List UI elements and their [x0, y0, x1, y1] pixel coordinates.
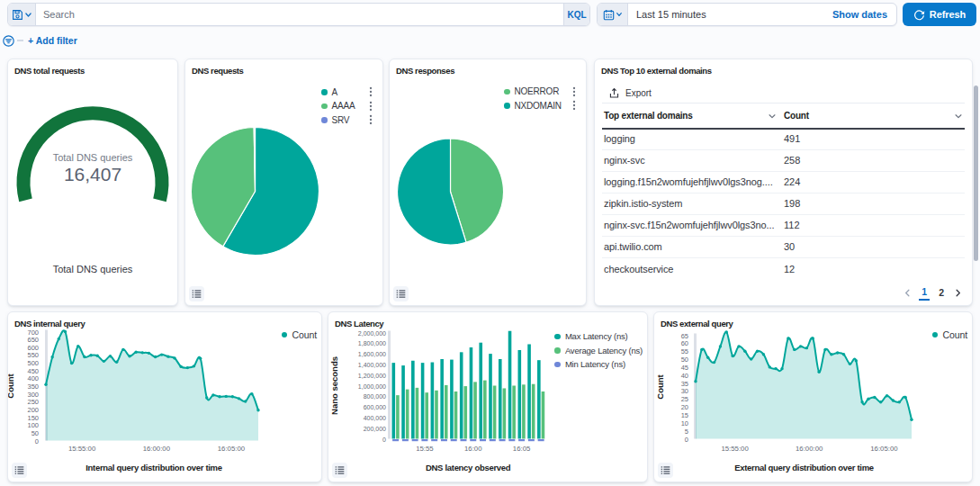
bar-min-latency[interactable] [402, 439, 409, 441]
bar-min-latency[interactable] [460, 439, 466, 441]
legend-item-min-latency-ns-[interactable]: Min Latency (ns) [554, 357, 643, 372]
bar-average-latency[interactable] [454, 392, 458, 439]
column-header-count[interactable]: Count [784, 111, 965, 121]
chevron-right-icon [953, 288, 963, 298]
bar-average-latency[interactable] [445, 385, 448, 439]
saved-query-menu-button[interactable] [8, 4, 36, 25]
bar-max-latency[interactable] [392, 363, 396, 438]
legend-item-a[interactable]: A [321, 86, 373, 100]
bar-average-latency[interactable] [425, 392, 428, 438]
bar-max-latency[interactable] [450, 360, 454, 439]
cell-domain: nginx-svc.f15n2womfujehfjlwv0lgs3no... [602, 220, 784, 230]
bar-min-latency[interactable] [518, 439, 525, 441]
bar-min-latency[interactable] [490, 439, 496, 441]
vertical-ellipsis-icon [572, 86, 576, 97]
bar-max-latency[interactable] [460, 352, 463, 438]
bar-min-latency[interactable] [392, 439, 399, 441]
bar-min-latency[interactable] [528, 439, 535, 441]
export-button[interactable]: Export [608, 87, 652, 99]
legend-options-button[interactable] [365, 114, 373, 125]
bar-max-latency[interactable] [440, 359, 444, 439]
refresh-button[interactable]: Refresh [903, 3, 976, 26]
bar-average-latency[interactable] [483, 381, 487, 439]
bar-max-latency[interactable] [508, 331, 512, 439]
legend-options-button[interactable] [365, 101, 373, 112]
bar-average-latency[interactable] [435, 391, 438, 439]
bar-average-latency[interactable] [396, 395, 400, 438]
bar-average-latency[interactable] [473, 382, 477, 438]
show-dates-button[interactable]: Show dates [832, 4, 896, 25]
bar-min-latency[interactable] [538, 439, 544, 441]
bar-max-latency[interactable] [401, 365, 405, 438]
bar-min-latency[interactable] [421, 439, 427, 441]
bar-min-latency[interactable] [431, 439, 437, 441]
legend-toggle-button[interactable] [189, 286, 204, 302]
legend-options-button[interactable] [569, 86, 576, 97]
bar-max-latency[interactable] [527, 344, 531, 438]
previous-page-button[interactable] [903, 288, 913, 298]
bar-average-latency[interactable] [522, 384, 526, 438]
legend-toggle-button[interactable] [658, 463, 673, 478]
legend-item-average-latency-ns-[interactable]: Average Latency (ns) [554, 344, 643, 358]
bar-min-latency[interactable] [508, 439, 515, 441]
bar-min-latency[interactable] [412, 439, 418, 441]
bar-max-latency[interactable] [479, 343, 482, 439]
bar-average-latency[interactable] [503, 388, 507, 438]
bar-max-latency[interactable] [518, 350, 522, 439]
legend-item-nxdomain[interactable]: NXDOMAIN [504, 99, 576, 113]
legend-toggle-button[interactable] [332, 463, 347, 478]
search-input[interactable] [36, 4, 563, 25]
legend-item-count[interactable]: Count [932, 328, 967, 342]
legend-toggle-button[interactable] [12, 463, 27, 478]
y-tick-label: 0 [35, 437, 39, 446]
bar-average-latency[interactable] [493, 386, 497, 439]
kql-language-button[interactable]: KQL [563, 4, 589, 25]
legend-item-max-latency-ns-[interactable]: Max Latency (ns) [554, 329, 643, 344]
date-quick-select-button[interactable] [598, 4, 628, 25]
bar-max-latency[interactable] [421, 363, 425, 438]
bar-max-latency[interactable] [431, 363, 435, 439]
legend-options-button[interactable] [569, 100, 576, 111]
bar-max-latency[interactable] [470, 347, 473, 438]
bar-max-latency[interactable] [499, 359, 502, 439]
bar-average-latency[interactable] [416, 388, 419, 439]
y-tick-label: 550 [27, 351, 39, 359]
cell-domain: checkoutservice [602, 264, 784, 274]
legend-item-srv[interactable]: SRV [321, 113, 373, 128]
bar-max-latency[interactable] [489, 354, 492, 438]
table-body: logging491nginx-svc258logging.f15n2womfu… [602, 129, 965, 280]
bar-average-latency[interactable] [406, 390, 409, 439]
add-filter-button[interactable]: + Add filter [28, 35, 77, 46]
save-icon [12, 9, 23, 21]
next-page-button[interactable] [953, 288, 963, 298]
column-header-domains[interactable]: Top external domains [602, 111, 784, 121]
page-button-1[interactable]: 1 [919, 284, 930, 301]
bar-max-latency[interactable] [537, 360, 541, 438]
legend-item-noerror[interactable]: NOERROR [504, 85, 576, 99]
page-button-2[interactable]: 2 [936, 285, 947, 300]
x-tick-label: 16:00:00 [796, 445, 823, 453]
bar-min-latency[interactable] [441, 439, 447, 441]
bar-min-latency[interactable] [499, 439, 506, 441]
y-tick-label: 250 [27, 398, 39, 406]
bar-max-latency[interactable] [411, 361, 415, 439]
list-icon [14, 465, 24, 475]
time-range-value[interactable]: Last 15 minutes [628, 4, 832, 25]
y-tick-label: 450 [27, 367, 39, 375]
vertical-scrollbar-thumb[interactable] [974, 86, 978, 261]
bar-average-latency[interactable] [542, 392, 545, 439]
bar-min-latency[interactable] [470, 439, 476, 441]
filter-menu-button[interactable] [3, 34, 14, 50]
legend-options-button[interactable] [365, 86, 373, 97]
legend-item-count[interactable]: Count [282, 328, 317, 342]
data-point [148, 352, 150, 355]
bar-average-latency[interactable] [512, 386, 516, 439]
bar-average-latency[interactable] [463, 386, 467, 438]
bar-min-latency[interactable] [480, 439, 486, 441]
bar-average-latency[interactable] [532, 384, 535, 439]
bar-min-latency[interactable] [451, 439, 457, 441]
legend-item-aaaa[interactable]: AAAA [321, 99, 373, 113]
legend-toggle-button[interactable] [393, 286, 409, 302]
data-point [700, 348, 703, 351]
y-tick-label: 60 [681, 339, 688, 347]
